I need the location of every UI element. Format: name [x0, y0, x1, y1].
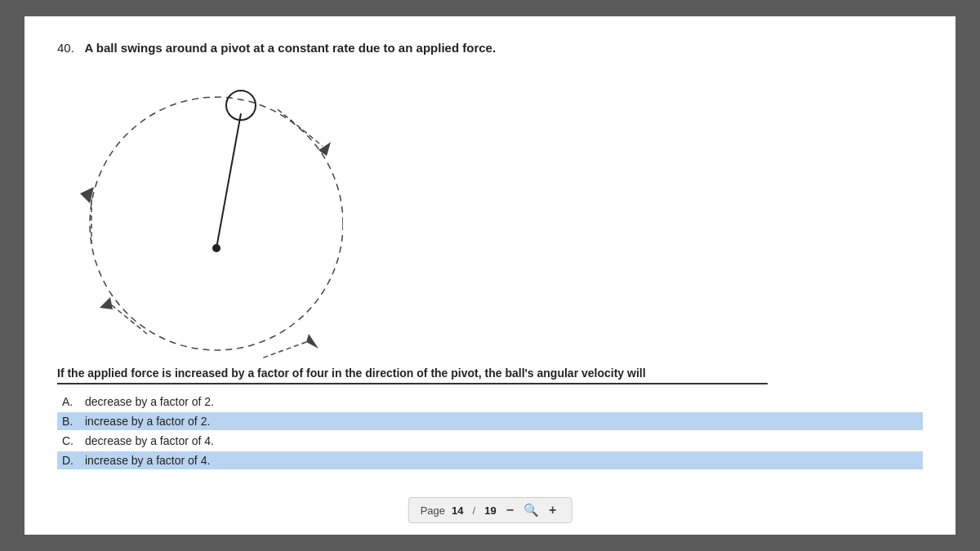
option-d: D. increase by a factor of 4.: [57, 451, 923, 469]
option-c: C. decrease by a factor of 4.: [57, 432, 923, 450]
diagram-area: [65, 64, 343, 358]
svg-line-5: [112, 305, 147, 334]
option-a: A. decrease by a factor of 2.: [57, 393, 923, 411]
question-text: If the applied force is increased by a f…: [57, 367, 768, 384]
page-current: 14: [452, 504, 463, 517]
svg-line-2: [216, 113, 241, 248]
page-label: Page: [421, 504, 445, 517]
option-b-text: increase by a factor of 2.: [85, 415, 210, 428]
option-b-letter: B.: [62, 415, 85, 428]
search-icon[interactable]: 🔍: [523, 503, 539, 518]
page-total: 19: [484, 504, 496, 517]
svg-point-0: [90, 97, 343, 350]
page-separator: /: [473, 504, 476, 517]
option-c-letter: C.: [62, 434, 85, 447]
page-container: 40. A ball swings around a pivot at a co…: [24, 16, 956, 535]
question-number-label: 40.: [57, 41, 74, 55]
option-a-text: decrease by a factor of 2.: [85, 395, 214, 408]
svg-line-7: [261, 342, 306, 358]
option-d-text: increase by a factor of 4.: [85, 454, 210, 467]
question-bold-text: A ball swings around a pivot at a consta…: [84, 41, 496, 55]
option-d-letter: D.: [62, 454, 85, 467]
option-c-text: decrease by a factor of 4.: [85, 434, 214, 447]
option-b: B. increase by a factor of 2.: [57, 412, 923, 430]
zoom-out-button[interactable]: −: [503, 503, 517, 518]
svg-line-4: [278, 109, 323, 146]
zoom-in-button[interactable]: +: [546, 503, 559, 518]
diagram-svg: [65, 64, 343, 358]
bottom-bar: Page 14 / 19 − 🔍 +: [408, 497, 572, 523]
question-number: 40. A ball swings around a pivot at a co…: [57, 41, 923, 55]
option-a-letter: A.: [62, 395, 85, 408]
options-list: A. decrease by a factor of 2. B. increas…: [57, 393, 923, 469]
